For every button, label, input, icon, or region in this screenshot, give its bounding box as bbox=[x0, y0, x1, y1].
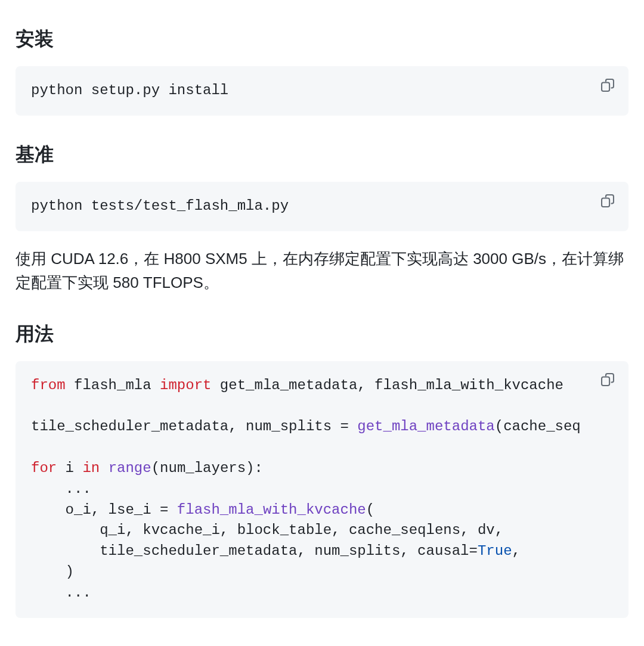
heading-install: 安装 bbox=[16, 24, 628, 54]
heading-benchmark: 基准 bbox=[16, 139, 628, 170]
codeblock-install: python setup.py install bbox=[16, 66, 628, 116]
copy-button[interactable] bbox=[597, 371, 618, 391]
benchmark-description: 使用 CUDA 12.6，在 H800 SXM5 上，在内存绑定配置下实现高达 … bbox=[16, 247, 628, 295]
copy-icon bbox=[601, 79, 614, 94]
codeblock-benchmark: python tests/test_flash_mla.py bbox=[16, 182, 628, 231]
heading-usage: 用法 bbox=[16, 319, 628, 349]
copy-button[interactable] bbox=[597, 76, 618, 96]
copy-icon bbox=[601, 194, 614, 209]
code-benchmark: python tests/test_flash_mla.py bbox=[31, 196, 613, 217]
copy-icon bbox=[601, 373, 614, 388]
code-usage: from flash_mla import get_mla_metadata, … bbox=[31, 375, 613, 604]
copy-button[interactable] bbox=[597, 191, 618, 212]
codeblock-usage: from flash_mla import get_mla_metadata, … bbox=[16, 361, 628, 618]
code-install: python setup.py install bbox=[31, 80, 613, 101]
